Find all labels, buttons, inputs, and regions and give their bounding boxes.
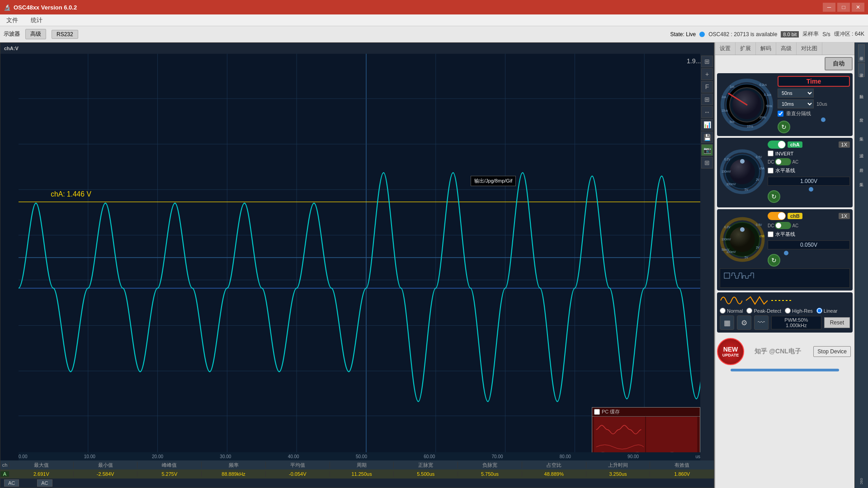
svg-text:0.5V: 0.5V: [756, 155, 762, 159]
tab-settings[interactable]: 设置: [715, 42, 736, 55]
minimize-button[interactable]: ─: [823, 3, 835, 12]
ch-b-dc-label: DC: [768, 223, 774, 228]
time-controls: Time 50ns 100ns 1us 10ms 1ms: [778, 76, 850, 133]
mode-linear-radio[interactable]: [816, 308, 822, 314]
toolbar-advanced-btn[interactable]: 高级: [25, 29, 46, 39]
ch-a-reset-btn[interactable]: ↻: [768, 190, 780, 203]
ac-btn-1[interactable]: AC: [4, 479, 19, 487]
svg-text:chA: 1.446 V: chA: 1.446 V: [51, 189, 91, 197]
auto-btn-row: 自动: [717, 57, 853, 70]
camera-btn[interactable]: 📷: [701, 144, 713, 156]
tab-advanced[interactable]: 高级: [776, 42, 797, 55]
ch-a-invert-checkbox[interactable]: [768, 150, 774, 156]
extra-sampling-btn[interactable]: 采样卡: [858, 44, 865, 62]
ac-btn-2[interactable]: AC: [37, 479, 52, 487]
mode-hires-radio[interactable]: [785, 308, 791, 314]
svg-text:50ns: 50ns: [766, 104, 773, 108]
vert-divider-checkbox[interactable]: [778, 111, 783, 117]
siggen-section: Normal Peak-Detect High-Res Linear: [717, 292, 853, 333]
ch-a-baseline-row: 水平基线: [768, 167, 850, 174]
menu-file[interactable]: 文件: [4, 15, 21, 25]
ch-a-toggle[interactable]: [768, 141, 786, 149]
ch-a-knob-container[interactable]: 0.5V chA 2V 5V 200mV 100mV 0.2V: [720, 149, 765, 194]
menu-stats[interactable]: 统计: [28, 15, 45, 25]
mode-peak-radio[interactable]: [746, 308, 752, 314]
grid-btn[interactable]: ⊞: [701, 94, 713, 105]
siggen-bar-btn[interactable]: ▦: [720, 315, 734, 330]
sample-unit: S/s: [822, 31, 830, 38]
tab-decode[interactable]: 解码: [756, 42, 776, 55]
bottom-slider[interactable]: [731, 369, 839, 371]
zoom-in-btn[interactable]: +: [701, 68, 713, 80]
ch-b-knob-container[interactable]: 0.5V chB 2V 5V 200mV 100mV 0.2V 50mV: [720, 217, 765, 262]
ch-b-toggle[interactable]: [768, 212, 786, 220]
mode-linear-label: Linear: [824, 308, 838, 314]
cursor-btn[interactable]: ↔: [701, 106, 713, 118]
stop-device-button[interactable]: Stop Device: [813, 346, 851, 357]
svg-text:0.2us: 0.2us: [760, 83, 767, 86]
new-update-badge[interactable]: NEW UPDATE: [717, 338, 744, 365]
ch-b-ac-label: AC: [792, 223, 798, 228]
time-indicator: Time: [778, 76, 850, 87]
right-panel: 设置 扩展 解码 高级 对比图 自动 1us: [714, 42, 854, 488]
mode-high-res: High-Res: [785, 308, 813, 314]
toolbar-rs232-btn[interactable]: RS232: [52, 30, 78, 39]
ch-b-dcac-switch[interactable]: [775, 222, 791, 229]
ch-a-header: 0.5V chA 2V 5V 200mV 100mV 0.2V: [720, 141, 850, 203]
zoom-fit-btn[interactable]: ⊞: [701, 56, 713, 67]
ch-b-baseline-checkbox[interactable]: [768, 231, 774, 237]
ch-b-knob-svg: 0.5V chB 2V 5V 200mV 100mV 0.2V 50mV: [720, 217, 765, 262]
filter-btn[interactable]: F: [701, 81, 713, 93]
ch-b-dcac-knob: [776, 223, 781, 228]
window-controls: ─ □ ✕: [823, 3, 864, 12]
siggen-wave-btn[interactable]: 〰: [754, 315, 769, 330]
extra-label-4: 滤波: [859, 144, 864, 157]
auto-button[interactable]: 自动: [825, 57, 853, 70]
sine-wave-icon: [720, 295, 742, 306]
pwm-info: PWM:50% 1.000kHz: [771, 316, 821, 329]
watermark-text: 知乎 @CNL电子: [755, 347, 801, 356]
ch-a-dcac-switch[interactable]: [775, 158, 791, 165]
ch-b-slider-thumb[interactable]: [784, 251, 788, 255]
extra-record-btn[interactable]: 录波: [858, 63, 865, 77]
tab-extend[interactable]: 扩展: [736, 42, 756, 55]
time-50ns-select[interactable]: 50ns 100ns 1us: [778, 89, 814, 98]
ch-a-dcac-knob: [776, 159, 781, 164]
ch-b-multiplier: 1X: [839, 213, 850, 219]
time-10ms-select[interactable]: 10ms 1ms: [778, 99, 814, 108]
pc-buffer-checkbox[interactable]: [594, 409, 600, 415]
chart-btn[interactable]: 📊: [701, 119, 713, 131]
time-knob-container[interactable]: 1us 0.5us 0.2us 0.1us 50ns: [720, 78, 774, 132]
ch-b-reset-btn[interactable]: ↻: [768, 254, 780, 267]
close-button[interactable]: ✕: [852, 3, 864, 12]
meas-col-rms: 有效值: [650, 462, 714, 469]
svg-text:2us: 2us: [722, 95, 726, 99]
digital-signal-area: [720, 268, 850, 288]
tab-compare[interactable]: 对比图: [797, 42, 822, 55]
svg-point-72: [740, 227, 745, 232]
meas-a-rms: 1.860V: [650, 471, 714, 477]
sawtooth-wave-icon: [745, 295, 768, 306]
mode-normal-radio[interactable]: [720, 308, 726, 314]
time-slider-thumb[interactable]: [821, 117, 826, 122]
reset-button[interactable]: Reset: [824, 317, 850, 328]
meas-a-rise: 3.250us: [586, 471, 651, 477]
svg-text:chB: chB: [760, 235, 764, 238]
right-panel-slider-row: [717, 369, 853, 371]
dash-wave-icon: [770, 295, 793, 306]
siggen-settings-btn[interactable]: ⚙: [737, 315, 751, 330]
restore-button[interactable]: □: [837, 3, 850, 12]
mode-hires-label: High-Res: [792, 308, 813, 314]
ch-a-baseline-checkbox[interactable]: [768, 168, 774, 174]
ch-a-dcac-toggle: DC AC: [768, 158, 850, 165]
toolbar-status: State: Live OSC482 : 20713 is available …: [670, 30, 864, 38]
ch-a-slider-thumb[interactable]: [809, 187, 813, 192]
meas-a-label: A: [0, 471, 9, 477]
svg-text:10ns: 10ns: [747, 125, 754, 128]
scope-header: chA:V: [0, 43, 714, 54]
new-update-row: NEW UPDATE 知乎 @CNL电子 Stop Device: [717, 338, 853, 365]
time-apply-btn[interactable]: ↻: [778, 121, 790, 133]
measure-btn[interactable]: ⊞: [701, 157, 713, 169]
save-btn[interactable]: 💾: [701, 131, 713, 143]
ch-a-baseline-label: 水平基线: [775, 167, 795, 174]
